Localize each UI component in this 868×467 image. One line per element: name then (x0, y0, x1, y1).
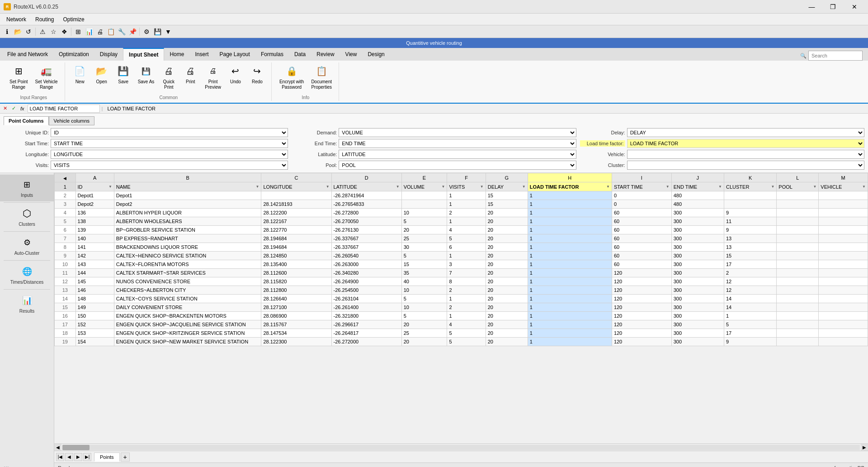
table-cell[interactable] (777, 312, 819, 320)
table-cell[interactable]: 120 (612, 320, 671, 329)
latitude-select[interactable]: LATITUDE (339, 150, 576, 159)
table-cell[interactable]: 20 (486, 277, 528, 286)
table-cell[interactable]: 20 (486, 252, 528, 260)
col-letter-j[interactable]: J (671, 173, 724, 182)
col-letter-a[interactable]: A (75, 173, 114, 182)
table-cell[interactable] (777, 243, 819, 252)
scroll-right-btn[interactable]: ▶ (861, 444, 868, 451)
col-letter-i[interactable]: I (612, 173, 671, 182)
table-cell[interactable]: 17 (724, 329, 777, 338)
unique-id-select[interactable]: ID (51, 128, 288, 137)
table-cell[interactable]: 60 (612, 226, 671, 234)
formula-check-btn[interactable]: ✓ (10, 105, 17, 111)
table-cell[interactable]: 1 (528, 286, 612, 295)
table-cell[interactable]: 20 (401, 320, 447, 329)
print-button[interactable]: 🖨 Print (180, 62, 201, 94)
table-cell[interactable]: 300 (671, 243, 724, 252)
table-cell[interactable]: 8 (447, 277, 486, 286)
table-cell[interactable] (777, 295, 819, 303)
new-button[interactable]: 📄 New (70, 62, 90, 94)
close-button[interactable]: ✕ (844, 0, 864, 14)
menu-network[interactable]: Network (2, 14, 31, 24)
table-cell[interactable]: 20 (486, 269, 528, 277)
table-cell[interactable]: 120 (612, 295, 671, 303)
table-cell[interactable] (819, 312, 868, 320)
table-cell[interactable] (777, 286, 819, 295)
table-cell[interactable]: 300 (671, 320, 724, 329)
tab-home[interactable]: Home (164, 48, 189, 61)
table-cell[interactable]: 144 (75, 269, 114, 277)
table-cell[interactable] (819, 200, 868, 209)
table-cell[interactable]: 28.115820 (261, 277, 331, 286)
table-cell[interactable]: ENGEN QUICK SHOP~BRACKENTEN MOTORS (114, 312, 261, 320)
table-cell[interactable]: 300 (671, 312, 724, 320)
table-cell[interactable]: 143 (75, 260, 114, 269)
table-cell[interactable]: 35 (401, 269, 447, 277)
scroll-track[interactable] (62, 445, 860, 450)
table-cell[interactable] (819, 191, 868, 200)
table-cell[interactable] (777, 269, 819, 277)
header-vehicle[interactable]: VEHICLE▼ (819, 182, 868, 191)
header-visits[interactable]: VISITS▼ (447, 182, 486, 191)
sidebar-item-inputs[interactable]: ⊞ Inputs (0, 175, 54, 201)
table-cell[interactable]: 28.147534 (261, 329, 331, 338)
encrypt-button[interactable]: 🔒 Encrypt withPassword (276, 62, 307, 94)
pool-select[interactable]: POOL (339, 161, 576, 170)
table-cell[interactable]: 5 (401, 312, 447, 320)
header-pool[interactable]: POOL▼ (777, 182, 819, 191)
table-cell[interactable]: 1 (528, 277, 612, 286)
table-cell[interactable]: 15 (724, 252, 777, 260)
table-cell[interactable]: 0 (612, 191, 671, 200)
table-cell[interactable] (819, 243, 868, 252)
table-cell[interactable]: 5 (401, 252, 447, 260)
table-cell[interactable] (777, 277, 819, 286)
table-cell[interactable]: 28.14218193 (261, 200, 331, 209)
table-cell[interactable]: -26.263104 (331, 295, 401, 303)
table-cell[interactable]: BP EXPRESS~RANDHART (114, 234, 261, 243)
sheet-nav-first[interactable]: |◀ (56, 453, 64, 461)
table-cell[interactable]: 60 (612, 234, 671, 243)
table-cell[interactable]: 28.122770 (261, 226, 331, 234)
table-cell[interactable]: 20 (401, 338, 447, 346)
table-cell[interactable]: 25 (401, 234, 447, 243)
table-cell[interactable]: ALBERTON WHOLESALERS (114, 217, 261, 226)
chart-icon-btn[interactable]: 📊 (84, 27, 94, 37)
table-cell[interactable]: 60 (612, 217, 671, 226)
settings-icon-btn[interactable]: ⚙ (142, 27, 151, 37)
table-cell[interactable] (819, 217, 868, 226)
table-cell[interactable]: Depot2 (114, 200, 261, 209)
table-cell[interactable]: 145 (75, 277, 114, 286)
table-cell[interactable]: ALBERTON HYPER LIQUOR (114, 209, 261, 217)
table-cell[interactable]: -26.27654833 (331, 200, 401, 209)
table-cell[interactable]: 138 (75, 217, 114, 226)
doc-props-button[interactable]: 📋 DocumentProperties (308, 62, 335, 94)
table-cell[interactable]: 20 (486, 234, 528, 243)
tab-design[interactable]: Design (362, 48, 390, 61)
table-cell[interactable]: -26.337667 (331, 234, 401, 243)
table-cell[interactable]: 20 (486, 260, 528, 269)
table-cell[interactable]: 12 (724, 286, 777, 295)
cluster-select[interactable] (627, 161, 864, 170)
table-cell[interactable]: 30 (401, 243, 447, 252)
tab-file-network[interactable]: File and Network (2, 48, 53, 61)
info-icon-btn[interactable]: ℹ (2, 27, 12, 37)
table-cell[interactable]: 1 (528, 269, 612, 277)
col-letter-k[interactable]: K (724, 173, 777, 182)
table-cell[interactable]: 9 (724, 338, 777, 346)
table-cell[interactable]: 136 (75, 209, 114, 217)
table-cell[interactable]: 20 (486, 303, 528, 312)
table-cell[interactable]: 28.122300 (261, 338, 331, 346)
header-latitude[interactable]: LATITUDE▼ (331, 182, 401, 191)
col-letter-l[interactable]: L (777, 173, 819, 182)
start-time-select[interactable]: START TIME (51, 139, 288, 148)
sidebar-item-clusters[interactable]: ⬡ Clusters (0, 204, 54, 230)
table-cell[interactable] (401, 200, 447, 209)
table-cell[interactable] (261, 191, 331, 200)
table-cell[interactable] (777, 191, 819, 200)
table-cell[interactable]: 2 (447, 209, 486, 217)
table-cell[interactable]: 1 (447, 200, 486, 209)
quick-print-button[interactable]: 🖨 QuickPrint (158, 62, 179, 94)
header-longitude[interactable]: LONGITUDE▼ (261, 182, 331, 191)
table-cell[interactable]: -26.28741964 (331, 191, 401, 200)
table-cell[interactable] (819, 269, 868, 277)
